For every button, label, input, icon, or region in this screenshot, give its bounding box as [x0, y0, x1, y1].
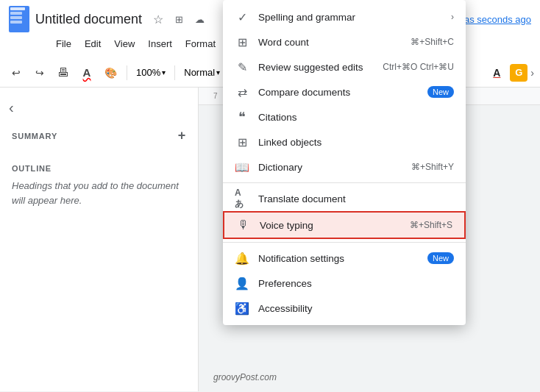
redo-button[interactable]: ↪ [29, 63, 50, 83]
compare-icon: ⇄ [235, 85, 249, 99]
dropdown-item-review[interactable]: ✎ Review suggested edits Ctrl+⌘O Ctrl+⌘U [223, 54, 466, 79]
review-icon: ✎ [235, 60, 249, 74]
wordcount-icon: ⊞ [235, 35, 249, 49]
paint-format-button[interactable]: 🎨 [100, 63, 121, 83]
dropdown-divider-1 [223, 182, 466, 183]
dropdown-item-dictionary[interactable]: 📖 Dictionary ⌘+Shift+Y [223, 154, 466, 179]
sidebar-summary-title: SUMMARY + [12, 128, 186, 143]
doc-icon [9, 6, 29, 32]
accessibility-icon: ♿ [235, 301, 249, 316]
notification-new-badge: New [427, 252, 454, 264]
linked-label: Linked objects [258, 137, 454, 148]
dropdown-item-notification[interactable]: 🔔 Notification settings New [223, 246, 466, 271]
back-arrow-icon: ‹ [9, 99, 14, 116]
dropdown-divider-2 [223, 242, 466, 243]
cloud-icon[interactable]: ☁ [192, 12, 207, 26]
review-label: Review suggested edits [258, 62, 371, 73]
spellcheck-button[interactable]: A [77, 63, 97, 83]
preferences-icon: 👤 [235, 276, 249, 291]
dropdown-item-preferences[interactable]: 👤 Preferences [223, 271, 466, 296]
menu-edit[interactable]: Edit [79, 35, 107, 52]
spelling-arrow-icon: › [451, 12, 454, 22]
sidebar-summary-section: SUMMARY + [0, 122, 198, 149]
wordcount-shortcut: ⌘+Shift+C [411, 37, 454, 47]
star-icon[interactable]: ☆ [151, 12, 166, 26]
dropdown-item-translate[interactable]: Aあ Translate document [223, 186, 466, 211]
toolbar-divider-1 [127, 65, 127, 80]
sidebar-outline-text: Headings that you add to the document wi… [12, 179, 186, 207]
style-selector[interactable]: Normal ▾ [181, 65, 223, 79]
ruler-number-7: 7 [213, 92, 218, 100]
citations-label: Citations [258, 112, 454, 123]
translate-label: Translate document [258, 193, 454, 204]
voicetyping-label: Voice typing [260, 220, 398, 231]
summary-add-button[interactable]: + [178, 128, 186, 143]
sidebar-outline-title: OUTLINE [12, 164, 186, 173]
dictionary-label: Dictionary [258, 162, 399, 173]
zoom-selector[interactable]: 100% ▾ [133, 65, 168, 79]
menu-insert[interactable]: Insert [142, 35, 178, 52]
dropdown-item-accessibility[interactable]: ♿ Accessibility [223, 296, 466, 321]
preferences-label: Preferences [258, 278, 454, 289]
spelling-icon: ✓ [235, 10, 249, 24]
linked-icon: ⊞ [235, 135, 249, 149]
voicetyping-shortcut: ⌘+Shift+S [410, 220, 452, 230]
accessibility-label: Accessibility [258, 303, 454, 314]
doc-title: Untitled document [35, 12, 142, 27]
dictionary-icon: 📖 [235, 160, 249, 174]
citations-icon: ❝ [235, 110, 249, 124]
compare-label: Compare documents [258, 87, 427, 98]
notification-icon: 🔔 [235, 251, 249, 266]
tools-dropdown: ✓ Spelling and grammar › ⊞ Word count ⌘+… [223, 0, 466, 325]
toolbar-right: A G › [486, 63, 534, 83]
print-button[interactable]: 🖶 [53, 63, 74, 83]
dropdown-item-wordcount[interactable]: ⊞ Word count ⌘+Shift+C [223, 29, 466, 54]
dropdown-item-compare[interactable]: ⇄ Compare documents New [223, 79, 466, 104]
dictionary-shortcut: ⌘+Shift+Y [411, 162, 454, 172]
more-toolbar[interactable]: › [530, 67, 534, 79]
menu-format[interactable]: Format [180, 35, 221, 52]
wordcount-label: Word count [258, 37, 399, 48]
notification-label: Notification settings [258, 253, 427, 264]
dropdown-item-citations[interactable]: ❝ Citations [223, 104, 466, 129]
highlight-button[interactable]: G [510, 64, 527, 82]
spelling-label: Spelling and grammar [258, 12, 445, 23]
review-shortcut: Ctrl+⌘O Ctrl+⌘U [383, 62, 454, 72]
font-color-button[interactable]: A [486, 63, 507, 83]
dropdown-item-linked[interactable]: ⊞ Linked objects [223, 129, 466, 154]
main-area: ‹ SUMMARY + OUTLINE Headings that you ad… [0, 88, 540, 391]
dropdown-item-spelling[interactable]: ✓ Spelling and grammar › [223, 4, 466, 29]
sidebar-outline-section: OUTLINE Headings that you add to the doc… [0, 149, 198, 213]
menu-file[interactable]: File [50, 35, 77, 52]
sidebar: ‹ SUMMARY + OUTLINE Headings that you ad… [0, 88, 199, 391]
drive-icon[interactable]: ⊞ [171, 12, 186, 26]
dropdown-item-voicetyping[interactable]: 🎙 Voice typing ⌘+Shift+S [223, 211, 466, 239]
compare-new-badge: New [427, 86, 454, 98]
undo-button[interactable]: ↩ [6, 63, 26, 83]
menu-view[interactable]: View [108, 35, 141, 52]
sidebar-back-button[interactable]: ‹ [0, 93, 198, 122]
watermark: groovyPost.com [213, 372, 277, 382]
toolbar-divider-2 [174, 65, 175, 80]
voicetyping-icon: 🎙 [236, 218, 251, 232]
translate-icon: Aあ [235, 191, 249, 206]
title-icons: ☆ ⊞ ☁ [151, 12, 207, 26]
